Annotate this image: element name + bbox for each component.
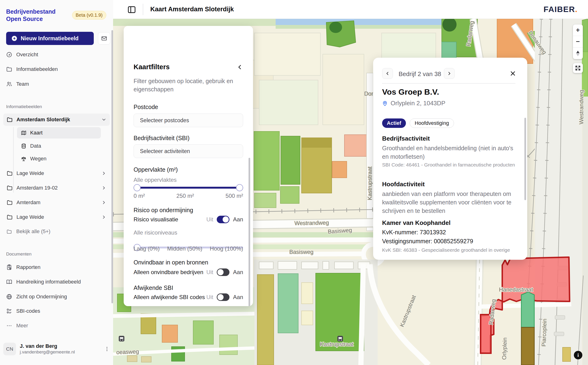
map-water — [276, 19, 459, 25]
sidebar-item-sbi-codes[interactable]: SBI-codes — [6, 305, 105, 317]
app-title: BedrijvenbestandOpen Source — [6, 8, 60, 23]
database-icon — [21, 143, 27, 149]
sidebar-item-bekijk-alle[interactable]: Bekijk alle (5+) — [6, 226, 105, 237]
user-profile[interactable]: CN J. van der Berg j.vandenberg@gemeente… — [3, 341, 110, 357]
header-divider — [143, 4, 143, 15]
arrows-out-icon — [575, 65, 581, 71]
chevron-right-icon — [101, 185, 106, 190]
mail-button[interactable] — [98, 32, 110, 44]
scale-icon — [21, 156, 27, 162]
new-button-label: Nieuw Informatiebeeld — [21, 35, 78, 42]
oppervlakte-slider — [134, 184, 243, 191]
street-label: Kastrupstraat — [367, 167, 373, 200]
postcode-input[interactable] — [134, 113, 243, 127]
sidebar-subitem-wegen[interactable]: Wegen — [17, 153, 101, 164]
bedrijfsactiviteit-text: Groothandel en handelsbemiddeling (niet … — [382, 144, 516, 161]
street-label: Piarcoplein — [540, 319, 548, 347]
sidebar-item-overzicht[interactable]: Overzicht — [6, 49, 105, 60]
sbi-input[interactable] — [134, 144, 243, 158]
gauge-icon — [6, 52, 12, 58]
risico-label: Risico op ondermijning — [134, 207, 243, 214]
risico-scale: Laag (0%) Midden (50%) Hoog (100%) — [134, 245, 243, 252]
map-building-brown — [521, 327, 534, 365]
afwijkend-toggle[interactable] — [217, 293, 229, 301]
user-email: j.vandenberg@gemeente.nl — [20, 349, 75, 355]
sidebar-item-zicht-op-ondermijning[interactable]: Zicht op Ondermijning — [6, 291, 105, 302]
next-company-button[interactable] — [444, 68, 455, 79]
sidebar: BedrijvenbestandOpen Source Beta (v0.1.9… — [0, 0, 113, 365]
sidebar-folder-amterdam[interactable]: Amterdam — [3, 197, 110, 209]
type-badge: Hoofdvestiging — [410, 119, 454, 128]
kvk-heading: Kamer van Koophandel — [382, 219, 516, 226]
panel-divider — [382, 83, 516, 84]
filters-subtitle: Filter gebouwen op locatie, gebruik en e… — [134, 77, 243, 93]
ellipsis-icon — [6, 323, 12, 329]
filters-scrollbar[interactable] — [248, 158, 250, 306]
zoom-in-button[interactable]: + — [573, 24, 583, 36]
sidebar-item-rapporten[interactable]: Rapporten — [6, 262, 105, 273]
compass-button[interactable] — [573, 48, 583, 59]
company-name: Vos Groep B.V. — [382, 87, 516, 97]
folder-icon — [7, 199, 13, 206]
mail-icon — [101, 35, 107, 42]
plus-circle-icon — [11, 35, 17, 42]
beta-badge: Beta (v0.1.9) — [72, 11, 106, 20]
zoom-out-button[interactable]: − — [573, 36, 583, 48]
oppervlakte-scale: 0 m² 250 m² 500 m² — [134, 193, 243, 199]
close-panel-button[interactable] — [509, 70, 516, 77]
page-title: Kaart Amsterdam Sloterdijk — [150, 6, 234, 13]
sidebar-folder-lage-weide-2[interactable]: Lage Weide — [3, 211, 110, 223]
info-icon: i — [577, 352, 579, 358]
folder-icon — [7, 185, 13, 191]
chevron-right-icon — [101, 200, 106, 205]
transit-icon — [119, 336, 124, 341]
onvindbaar-toggle[interactable] — [217, 268, 229, 276]
map-icon — [21, 130, 27, 136]
bedrijfsactiviteit-sbi: SBI Code: 46461 - Groothandel in farmace… — [382, 161, 516, 168]
clipboard-icon — [6, 264, 12, 270]
map-info-button[interactable]: i — [574, 351, 582, 359]
user-name: J. van der Berg — [20, 343, 75, 349]
street-label: Westrandweg — [578, 90, 584, 124]
onvindbaar-label: Onvindbaar in open bronnen — [134, 259, 243, 266]
sidebar-subitem-data[interactable]: Data — [17, 140, 101, 152]
transit-icon — [337, 336, 343, 341]
slider-handle-max[interactable] — [236, 184, 243, 191]
slider-handle-min[interactable] — [134, 184, 141, 191]
folder-icon — [6, 229, 12, 234]
sidebar-folder-amsterdam-19-02[interactable]: Amsterdam 19-02 — [3, 182, 110, 194]
afwijkend-label: Afwijkende SBI — [134, 284, 243, 291]
street-label: Hanedastraat — [499, 286, 533, 293]
detail-scrollbar[interactable] — [524, 118, 526, 200]
risico-toggle[interactable] — [217, 216, 229, 223]
folder-icon — [6, 66, 12, 72]
avatar: CN — [3, 343, 16, 355]
risico-slider-label: Alle risiconiveaus — [134, 229, 243, 236]
sidebar-folder-lage-weide[interactable]: Lage Weide — [3, 167, 110, 179]
sidebar-scrollbar[interactable] — [111, 30, 113, 303]
collapse-panel-button[interactable] — [236, 63, 243, 71]
kvk-sbi: KvK SBI: 46383 - Gespecialiseerde grooth… — [382, 246, 516, 253]
sidebar-subitem-kaart[interactable]: Kaart — [17, 127, 101, 139]
kebab-menu-icon[interactable] — [104, 346, 110, 352]
sidebar-folder-amsterdam-sloterdijk[interactable]: Amsterdam Sloterdijk — [3, 113, 110, 126]
filters-title: Kaartfilters — [134, 63, 243, 71]
hoofdactiviteit-heading: Hoofdactiviteit — [382, 181, 516, 188]
badges-row: Actief Hoofdvestiging — [382, 119, 454, 128]
street-label: Orlyplein — [501, 337, 508, 360]
sidebar-item-team[interactable]: Team — [6, 78, 105, 90]
sidebar-item-handreiking[interactable]: Handreiking informatiebeeld — [6, 276, 105, 288]
street-label: Kastrupstraat — [320, 341, 354, 347]
sidebar-item-informatiebeelden[interactable]: Informatiebeelden — [6, 63, 105, 75]
new-informatiebeeld-button[interactable]: Nieuw Informatiebeeld — [6, 32, 94, 45]
sidebar-toggle-button[interactable] — [127, 5, 136, 14]
sidebar-item-meer[interactable]: Meer — [6, 320, 105, 331]
section-documenten: Documenten — [6, 252, 32, 257]
compass-icon — [575, 50, 581, 57]
prev-company-button[interactable] — [382, 68, 393, 79]
chevron-right-icon — [447, 71, 452, 76]
company-detail-panel: Bedrijf 2 van 38 Vos Groep B.V. Orlyplei… — [373, 58, 527, 260]
status-badge: Actief — [382, 119, 406, 128]
fullscreen-button[interactable] — [573, 63, 583, 73]
panel-left-icon — [127, 5, 136, 14]
